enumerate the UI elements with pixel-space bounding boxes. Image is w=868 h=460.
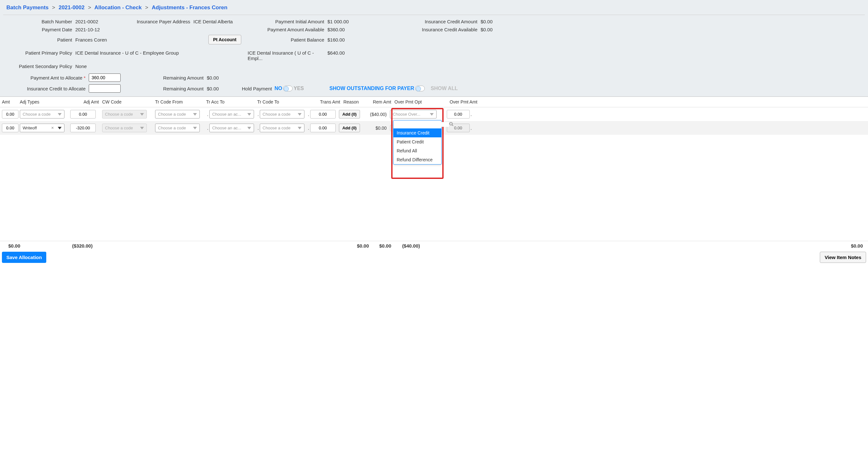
caret-down-icon bbox=[193, 113, 197, 116]
svg-point-0 bbox=[450, 122, 453, 125]
tr-code-from-select[interactable]: Choose a code bbox=[155, 124, 200, 132]
caret-down-icon bbox=[58, 113, 62, 116]
dropdown-search bbox=[394, 120, 441, 128]
tr-acc-to-select[interactable]: Choose an ac... bbox=[209, 110, 254, 118]
pay-alloc-label: Payment Amt to Allocate bbox=[5, 75, 89, 81]
th-ovopt: Over Pmt Opt bbox=[395, 99, 445, 105]
chevron-right-icon: > bbox=[50, 4, 57, 10]
show-outstanding-toggle[interactable] bbox=[415, 86, 425, 91]
tr-code-from-select[interactable]: Choose a code bbox=[155, 110, 200, 118]
total-trans: $0.00 bbox=[347, 243, 369, 249]
total-amt: $0.00 bbox=[2, 243, 24, 249]
remaining2-value: $0.00 bbox=[207, 86, 236, 91]
show-all-link[interactable]: SHOW ALL bbox=[431, 86, 458, 91]
th-reason: Reason bbox=[343, 99, 366, 105]
amt-input[interactable] bbox=[2, 124, 19, 132]
cw-code-select: Choose a code bbox=[102, 110, 147, 118]
breadcrumb-batch-payments[interactable]: Batch Payments bbox=[6, 4, 49, 10]
ins-credit-amt-value: $0.00 bbox=[480, 19, 493, 24]
ins-credit-amt-label: Insurance Credit Amount bbox=[382, 19, 480, 24]
caret-down-icon bbox=[298, 127, 302, 130]
tr-acc-to-select[interactable]: Choose an ac... bbox=[209, 124, 254, 132]
amt-input[interactable] bbox=[2, 110, 19, 118]
cw-code-select: Choose a code bbox=[102, 124, 147, 132]
caret-down-icon bbox=[193, 127, 197, 130]
th-trto: Tr Code To bbox=[257, 99, 308, 105]
patient-value: Frances Coren bbox=[75, 37, 107, 42]
total-rem: ($40.00) bbox=[391, 243, 420, 249]
remaining2-label: Remaining Amount bbox=[124, 86, 207, 91]
th-transamt: Trans Amt bbox=[308, 99, 343, 105]
add-reason-button[interactable]: Add (0) bbox=[339, 124, 360, 132]
dropdown-search-input[interactable] bbox=[395, 122, 449, 127]
dropdown-option-patient-credit[interactable]: Patient Credit bbox=[394, 137, 441, 146]
dropdown-option-refund-all[interactable]: Refund All bbox=[394, 146, 441, 155]
secondary-policy-label: Patient Secondary Policy bbox=[5, 63, 75, 69]
adj-type-select[interactable]: Writeoff✕ bbox=[20, 124, 64, 132]
pay-avail-value: $360.00 bbox=[328, 27, 345, 32]
over-pmt-opt-select[interactable]: Choose Over... bbox=[390, 110, 437, 118]
over-pmt-opt-dropdown[interactable]: Insurance Credit Patient Credit Refund A… bbox=[393, 120, 442, 165]
ins-alloc-input[interactable] bbox=[89, 84, 121, 93]
batch-number-value: 2021-0002 bbox=[75, 19, 98, 24]
add-reason-button[interactable]: Add (0) bbox=[339, 110, 360, 118]
show-outstanding-link[interactable]: SHOW OUTSTANDING FOR PAYER bbox=[329, 86, 414, 91]
pay-date-label: Payment Date bbox=[5, 27, 75, 32]
patient-label: Patient bbox=[5, 37, 75, 42]
totals-row: $0.00 ($320.00) $0.00 $0.00 ($40.00) $0.… bbox=[0, 241, 868, 251]
caret-down-icon bbox=[298, 113, 302, 116]
caret-down-icon bbox=[140, 113, 144, 116]
total-reason: $0.00 bbox=[369, 243, 391, 249]
pt-account-button[interactable]: Pt Account bbox=[208, 35, 241, 45]
primary-policy-value: ICE Dental Insurance - U of C - Employee… bbox=[75, 50, 179, 61]
adj-amt-input[interactable] bbox=[70, 110, 96, 118]
th-tracc: Tr Acc To bbox=[206, 99, 257, 105]
adj-type-select[interactable]: Choose a code bbox=[20, 110, 64, 118]
adj-amt-input[interactable] bbox=[70, 124, 96, 132]
th-adjtypes: Adj Types bbox=[20, 99, 70, 105]
breadcrumb: Batch Payments > 2021-0002 > Allocation … bbox=[3, 2, 865, 15]
breadcrumb-allocation[interactable]: Allocation - Check bbox=[94, 4, 142, 10]
ins-credit-avail-label: Insurance Credit Available bbox=[382, 27, 480, 32]
tr-code-to-select[interactable]: Choose a code bbox=[260, 124, 304, 132]
dropdown-option-refund-difference[interactable]: Refund Difference bbox=[394, 155, 441, 164]
ins-alloc-label: Insurance Credit to Allocate bbox=[5, 86, 89, 91]
save-allocation-button[interactable]: Save Allocation bbox=[2, 252, 46, 263]
hold-no-label: NO bbox=[274, 86, 282, 91]
breadcrumb-batch-id[interactable]: 2021-0002 bbox=[59, 4, 85, 10]
balance-value: $160.00 bbox=[328, 37, 345, 42]
chevron-right-icon: > bbox=[86, 4, 93, 10]
chevron-right-icon: > bbox=[143, 4, 150, 10]
hold-yes-label: YES bbox=[293, 86, 304, 91]
trans-amt-input[interactable] bbox=[310, 110, 336, 118]
th-cwcode: CW Code bbox=[102, 99, 155, 105]
caret-down-icon bbox=[430, 113, 434, 116]
search-icon bbox=[449, 122, 454, 127]
dropdown-option-insurance-credit[interactable]: Insurance Credit bbox=[394, 128, 441, 137]
view-item-notes-button[interactable]: View Item Notes bbox=[820, 252, 866, 263]
over-pmt-amt-input[interactable] bbox=[447, 110, 470, 118]
primary-account-value: ICE Dental Insurance ( U of C - Empl... bbox=[248, 50, 328, 61]
th-ovamt: Over Pmt Amt bbox=[445, 99, 477, 105]
batch-number-label: Batch Number bbox=[5, 19, 75, 24]
tr-code-to-select[interactable]: Choose a code bbox=[260, 110, 304, 118]
total-ovamt: $0.00 bbox=[841, 243, 866, 249]
pay-alloc-input[interactable] bbox=[89, 74, 121, 82]
rem-amt-value: ($40.00) bbox=[361, 112, 390, 117]
pay-date-value: 2021-10-12 bbox=[75, 27, 100, 32]
hold-payment-label: Hold Payment bbox=[242, 86, 272, 91]
clear-icon[interactable]: ✕ bbox=[51, 126, 54, 130]
ins-addr-value: ICE Dental Alberta bbox=[193, 19, 232, 24]
caret-down-icon bbox=[58, 127, 62, 130]
th-adjamt: Adj Amt bbox=[70, 99, 102, 105]
trans-amt-input[interactable] bbox=[310, 124, 336, 132]
ins-addr-label: Insurance Payer Address bbox=[130, 19, 193, 24]
pay-init-label: Payment Initial Amount bbox=[248, 19, 328, 24]
th-remamt: Rem Amt bbox=[366, 99, 395, 105]
caret-down-icon bbox=[247, 127, 251, 130]
ins-credit-avail-value: $0.00 bbox=[480, 27, 493, 32]
info-panel: Batch Number2021-0002 Insurance Payer Ad… bbox=[3, 15, 865, 96]
table-row: Choose a code Choose a code Choose a cod… bbox=[0, 107, 868, 121]
balance-label: Patient Balance bbox=[248, 37, 328, 42]
hold-payment-toggle[interactable] bbox=[283, 86, 292, 91]
